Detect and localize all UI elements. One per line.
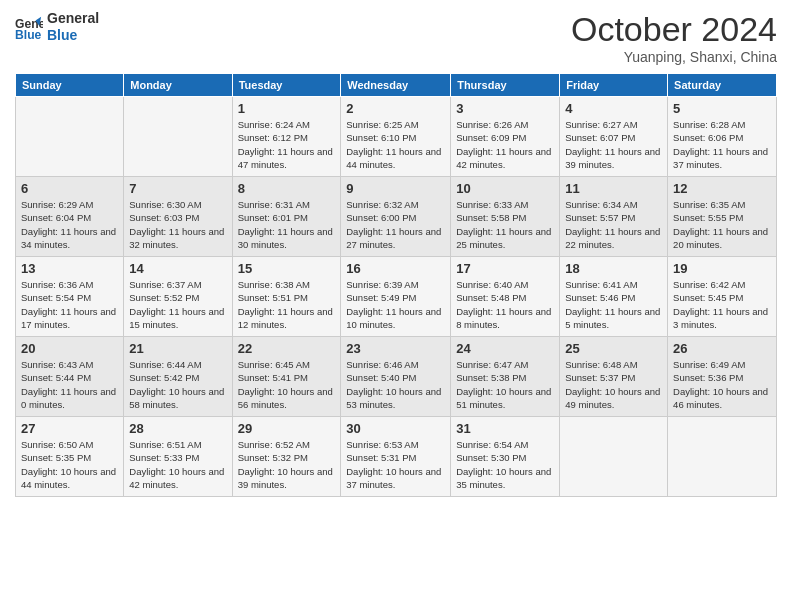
week-row-1: 6Sunrise: 6:29 AMSunset: 6:04 PMDaylight…: [16, 177, 777, 257]
day-number: 28: [129, 421, 226, 436]
table-row: [668, 417, 777, 497]
week-row-2: 13Sunrise: 6:36 AMSunset: 5:54 PMDayligh…: [16, 257, 777, 337]
col-tuesday: Tuesday: [232, 74, 341, 97]
logo-general: General: [47, 10, 99, 27]
table-row: 13Sunrise: 6:36 AMSunset: 5:54 PMDayligh…: [16, 257, 124, 337]
day-info: Sunrise: 6:43 AMSunset: 5:44 PMDaylight:…: [21, 358, 118, 411]
table-row: [124, 97, 232, 177]
table-row: 15Sunrise: 6:38 AMSunset: 5:51 PMDayligh…: [232, 257, 341, 337]
table-row: [16, 97, 124, 177]
table-row: 27Sunrise: 6:50 AMSunset: 5:35 PMDayligh…: [16, 417, 124, 497]
week-row-0: 1Sunrise: 6:24 AMSunset: 6:12 PMDaylight…: [16, 97, 777, 177]
day-number: 13: [21, 261, 118, 276]
table-row: 4Sunrise: 6:27 AMSunset: 6:07 PMDaylight…: [560, 97, 668, 177]
day-number: 27: [21, 421, 118, 436]
day-number: 16: [346, 261, 445, 276]
day-info: Sunrise: 6:38 AMSunset: 5:51 PMDaylight:…: [238, 278, 336, 331]
day-info: Sunrise: 6:32 AMSunset: 6:00 PMDaylight:…: [346, 198, 445, 251]
day-info: Sunrise: 6:35 AMSunset: 5:55 PMDaylight:…: [673, 198, 771, 251]
svg-text:Blue: Blue: [15, 28, 42, 41]
table-row: 14Sunrise: 6:37 AMSunset: 5:52 PMDayligh…: [124, 257, 232, 337]
day-info: Sunrise: 6:42 AMSunset: 5:45 PMDaylight:…: [673, 278, 771, 331]
logo-icon: General Blue: [15, 13, 43, 41]
day-number: 19: [673, 261, 771, 276]
table-row: 16Sunrise: 6:39 AMSunset: 5:49 PMDayligh…: [341, 257, 451, 337]
table-row: 6Sunrise: 6:29 AMSunset: 6:04 PMDaylight…: [16, 177, 124, 257]
day-info: Sunrise: 6:29 AMSunset: 6:04 PMDaylight:…: [21, 198, 118, 251]
day-number: 23: [346, 341, 445, 356]
day-info: Sunrise: 6:26 AMSunset: 6:09 PMDaylight:…: [456, 118, 554, 171]
day-info: Sunrise: 6:49 AMSunset: 5:36 PMDaylight:…: [673, 358, 771, 411]
day-number: 29: [238, 421, 336, 436]
day-info: Sunrise: 6:27 AMSunset: 6:07 PMDaylight:…: [565, 118, 662, 171]
table-row: 11Sunrise: 6:34 AMSunset: 5:57 PMDayligh…: [560, 177, 668, 257]
day-number: 14: [129, 261, 226, 276]
day-number: 9: [346, 181, 445, 196]
day-info: Sunrise: 6:45 AMSunset: 5:41 PMDaylight:…: [238, 358, 336, 411]
day-number: 24: [456, 341, 554, 356]
table-row: 26Sunrise: 6:49 AMSunset: 5:36 PMDayligh…: [668, 337, 777, 417]
day-number: 25: [565, 341, 662, 356]
day-info: Sunrise: 6:46 AMSunset: 5:40 PMDaylight:…: [346, 358, 445, 411]
day-number: 5: [673, 101, 771, 116]
col-friday: Friday: [560, 74, 668, 97]
day-number: 1: [238, 101, 336, 116]
day-number: 6: [21, 181, 118, 196]
table-row: 2Sunrise: 6:25 AMSunset: 6:10 PMDaylight…: [341, 97, 451, 177]
day-info: Sunrise: 6:41 AMSunset: 5:46 PMDaylight:…: [565, 278, 662, 331]
calendar-page: General Blue General Blue October 2024 Y…: [0, 0, 792, 612]
day-number: 21: [129, 341, 226, 356]
day-info: Sunrise: 6:51 AMSunset: 5:33 PMDaylight:…: [129, 438, 226, 491]
day-info: Sunrise: 6:39 AMSunset: 5:49 PMDaylight:…: [346, 278, 445, 331]
day-info: Sunrise: 6:28 AMSunset: 6:06 PMDaylight:…: [673, 118, 771, 171]
calendar-table: Sunday Monday Tuesday Wednesday Thursday…: [15, 73, 777, 497]
day-number: 20: [21, 341, 118, 356]
day-info: Sunrise: 6:34 AMSunset: 5:57 PMDaylight:…: [565, 198, 662, 251]
month-title: October 2024: [571, 10, 777, 49]
table-row: 5Sunrise: 6:28 AMSunset: 6:06 PMDaylight…: [668, 97, 777, 177]
day-info: Sunrise: 6:48 AMSunset: 5:37 PMDaylight:…: [565, 358, 662, 411]
logo-blue: Blue: [47, 27, 99, 44]
table-row: 29Sunrise: 6:52 AMSunset: 5:32 PMDayligh…: [232, 417, 341, 497]
day-info: Sunrise: 6:24 AMSunset: 6:12 PMDaylight:…: [238, 118, 336, 171]
col-sunday: Sunday: [16, 74, 124, 97]
table-row: 23Sunrise: 6:46 AMSunset: 5:40 PMDayligh…: [341, 337, 451, 417]
day-info: Sunrise: 6:31 AMSunset: 6:01 PMDaylight:…: [238, 198, 336, 251]
day-info: Sunrise: 6:30 AMSunset: 6:03 PMDaylight:…: [129, 198, 226, 251]
table-row: 30Sunrise: 6:53 AMSunset: 5:31 PMDayligh…: [341, 417, 451, 497]
table-row: 24Sunrise: 6:47 AMSunset: 5:38 PMDayligh…: [451, 337, 560, 417]
col-wednesday: Wednesday: [341, 74, 451, 97]
table-row: 19Sunrise: 6:42 AMSunset: 5:45 PMDayligh…: [668, 257, 777, 337]
day-number: 17: [456, 261, 554, 276]
table-row: 9Sunrise: 6:32 AMSunset: 6:00 PMDaylight…: [341, 177, 451, 257]
day-number: 2: [346, 101, 445, 116]
day-info: Sunrise: 6:33 AMSunset: 5:58 PMDaylight:…: [456, 198, 554, 251]
table-row: 25Sunrise: 6:48 AMSunset: 5:37 PMDayligh…: [560, 337, 668, 417]
day-number: 10: [456, 181, 554, 196]
logo: General Blue General Blue: [15, 10, 99, 44]
day-number: 8: [238, 181, 336, 196]
table-row: 18Sunrise: 6:41 AMSunset: 5:46 PMDayligh…: [560, 257, 668, 337]
day-number: 4: [565, 101, 662, 116]
header: General Blue General Blue October 2024 Y…: [15, 10, 777, 65]
table-row: 7Sunrise: 6:30 AMSunset: 6:03 PMDaylight…: [124, 177, 232, 257]
col-saturday: Saturday: [668, 74, 777, 97]
day-number: 15: [238, 261, 336, 276]
day-info: Sunrise: 6:54 AMSunset: 5:30 PMDaylight:…: [456, 438, 554, 491]
table-row: 21Sunrise: 6:44 AMSunset: 5:42 PMDayligh…: [124, 337, 232, 417]
table-row: 28Sunrise: 6:51 AMSunset: 5:33 PMDayligh…: [124, 417, 232, 497]
day-number: 3: [456, 101, 554, 116]
day-info: Sunrise: 6:36 AMSunset: 5:54 PMDaylight:…: [21, 278, 118, 331]
table-row: 22Sunrise: 6:45 AMSunset: 5:41 PMDayligh…: [232, 337, 341, 417]
day-number: 7: [129, 181, 226, 196]
week-row-4: 27Sunrise: 6:50 AMSunset: 5:35 PMDayligh…: [16, 417, 777, 497]
title-block: October 2024 Yuanping, Shanxi, China: [571, 10, 777, 65]
week-row-3: 20Sunrise: 6:43 AMSunset: 5:44 PMDayligh…: [16, 337, 777, 417]
col-thursday: Thursday: [451, 74, 560, 97]
day-number: 30: [346, 421, 445, 436]
day-info: Sunrise: 6:47 AMSunset: 5:38 PMDaylight:…: [456, 358, 554, 411]
day-info: Sunrise: 6:25 AMSunset: 6:10 PMDaylight:…: [346, 118, 445, 171]
table-row: 10Sunrise: 6:33 AMSunset: 5:58 PMDayligh…: [451, 177, 560, 257]
day-info: Sunrise: 6:40 AMSunset: 5:48 PMDaylight:…: [456, 278, 554, 331]
table-row: 12Sunrise: 6:35 AMSunset: 5:55 PMDayligh…: [668, 177, 777, 257]
